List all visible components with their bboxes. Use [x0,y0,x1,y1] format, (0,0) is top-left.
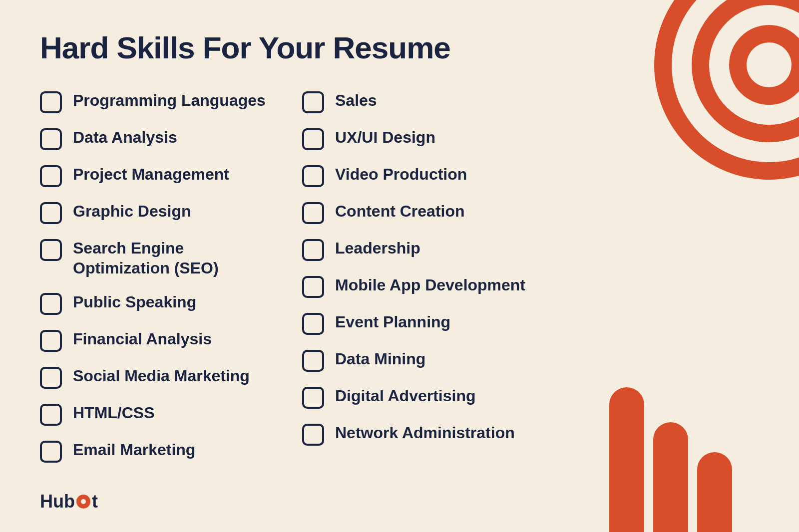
skill-label: Social Media Marketing [73,366,250,386]
skill-item: Financial Analysis [40,329,302,352]
skill-label: Data Analysis [73,127,177,147]
skill-checkbox[interactable] [40,128,62,150]
skill-checkbox[interactable] [302,313,324,335]
skill-label: Network Administration [335,423,515,443]
skill-label: Programming Languages [73,90,266,110]
skill-checkbox[interactable] [40,293,62,315]
bar-1 [609,387,644,532]
skill-checkbox[interactable] [40,441,62,463]
skill-item: Public Speaking [40,292,302,315]
skill-label: Email Marketing [73,440,195,460]
skill-label: UX/UI Design [335,127,435,147]
skill-item: Programming Languages [40,90,302,113]
skill-checkbox[interactable] [40,239,62,261]
main-container: Hard Skills For Your Resume Programming … [0,0,799,532]
bar-3 [697,452,732,532]
skill-checkbox[interactable] [40,330,62,352]
skill-item: Project Management [40,164,302,187]
skill-label: Public Speaking [73,292,196,312]
skill-item: Sales [302,90,564,113]
skill-item: Email Marketing [40,440,302,463]
skill-item: Video Production [302,164,564,187]
skill-checkbox[interactable] [40,91,62,113]
skill-item: Leadership [302,238,564,261]
skill-item: Search EngineOptimization (SEO) [40,238,302,278]
skill-checkbox[interactable] [302,387,324,409]
skill-item: Event Planning [302,312,564,335]
skill-checkbox[interactable] [302,276,324,298]
skill-label: Graphic Design [73,201,191,221]
skill-label: Sales [335,90,377,110]
hubspot-logo: Hub t [40,491,98,512]
skill-item: Content Creation [302,201,564,224]
svg-point-7 [747,42,792,87]
content-area: Programming LanguagesData AnalysisProjec… [40,90,564,477]
skill-label: Content Creation [335,201,465,221]
skill-label: Video Production [335,164,467,184]
skill-label: Data Mining [335,349,425,369]
right-column: SalesUX/UI DesignVideo ProductionContent… [302,90,564,477]
skill-checkbox[interactable] [302,424,324,446]
skill-label: Digital Advertising [335,386,476,406]
skill-checkbox[interactable] [302,239,324,261]
skill-item: Digital Advertising [302,386,564,409]
skill-checkbox[interactable] [40,404,62,426]
skill-checkbox[interactable] [302,91,324,113]
skill-label: Mobile App Development [335,275,525,295]
skill-label: Project Management [73,164,229,184]
skill-item: Network Administration [302,423,564,446]
decorative-bars [609,372,769,532]
skill-item: Graphic Design [40,201,302,224]
skill-label: Search EngineOptimization (SEO) [73,238,219,278]
decorative-arcs [599,0,799,279]
skill-checkbox[interactable] [40,367,62,389]
skill-item: Data Analysis [40,127,302,150]
skill-item: HTML/CSS [40,403,302,426]
skill-label: Event Planning [335,312,450,332]
skill-checkbox[interactable] [302,165,324,187]
skill-item: Data Mining [302,349,564,372]
bar-2 [653,422,688,532]
skill-item: UX/UI Design [302,127,564,150]
skill-item: Social Media Marketing [40,366,302,389]
skill-item: Mobile App Development [302,275,564,298]
skill-checkbox[interactable] [302,350,324,372]
skill-checkbox[interactable] [40,202,62,224]
skill-checkbox[interactable] [302,128,324,150]
hubspot-sprocket-icon [76,495,90,509]
hubspot-text-after: t [92,491,98,512]
left-column: Programming LanguagesData AnalysisProjec… [40,90,302,477]
hubspot-text-before: Hub [40,491,75,512]
skill-checkbox[interactable] [302,202,324,224]
skill-label: Leadership [335,238,420,258]
skill-label: Financial Analysis [73,329,212,349]
skill-label: HTML/CSS [73,403,155,423]
skill-checkbox[interactable] [40,165,62,187]
